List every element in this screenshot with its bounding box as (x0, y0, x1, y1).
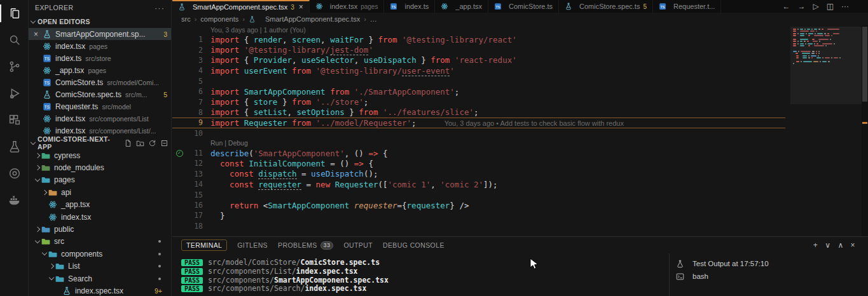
open-editor-item[interactable]: index.tsxpages (29, 40, 171, 52)
editor-tab[interactable]: ComicStore.spec.ts5 (559, 0, 653, 13)
breadcrumb-item[interactable]: components (200, 15, 238, 23)
codelens-run-debug[interactable]: Run | Debug (172, 138, 785, 148)
code-line[interactable]: 4import userEvent from '@testing-library… (172, 65, 785, 76)
nav-forward-icon[interactable]: → (797, 2, 805, 11)
flask-icon (62, 286, 72, 296)
tree-item-public[interactable]: public (29, 223, 171, 235)
minimap[interactable] (793, 27, 859, 67)
open-editors-header[interactable]: OPEN EDITORS (29, 15, 171, 28)
explorer-icon[interactable] (0, 0, 29, 27)
tree-item-components[interactable]: components (29, 248, 171, 260)
search-icon[interactable] (0, 27, 29, 53)
open-editor-item[interactable]: _app.tsxpages (29, 64, 171, 76)
code-line[interactable]: 13 const dispatch = useDispatch(); (172, 169, 785, 179)
project-tree-header[interactable]: COMIC-STORE-NEXT-APP (29, 137, 171, 149)
code-line[interactable]: 17 } (172, 210, 785, 220)
problems-badge: 3 (160, 30, 167, 38)
run-icon[interactable]: ▷ (813, 2, 818, 11)
close-icon[interactable]: × (299, 3, 303, 11)
line-number: 15 (186, 191, 203, 199)
line-number: 7 (186, 98, 203, 107)
tree-item-api[interactable]: api (29, 186, 171, 198)
sidebar-more-actions-icon[interactable]: ··· (155, 3, 165, 13)
tree-item-node-modules[interactable]: node_modules (29, 161, 171, 173)
open-editor-item[interactable]: TSindex.tssrc/store (29, 52, 171, 64)
open-editor-item[interactable]: TSRequester.tssrc/model (29, 100, 171, 112)
tree-item-search[interactable]: Search (29, 272, 171, 285)
tree-item-list[interactable]: List (29, 260, 171, 272)
open-editor-item[interactable]: ComicStore.spec.tssrc/m...5 (29, 88, 171, 100)
terminal-line: PASSsrc/components/SmartAppComponent.spe… (181, 276, 669, 285)
nav-back-icon[interactable]: ← (782, 2, 790, 11)
code-line[interactable]: 12 const InitialComponent = () => { (172, 158, 785, 168)
chevron-down-icon[interactable]: ∨ (825, 241, 830, 250)
code-line[interactable]: 1import { render, screen, waitFor } from… (172, 34, 785, 44)
line-number: 14 (186, 180, 203, 189)
new-folder-icon[interactable] (136, 139, 144, 147)
tree-item--app-tsx[interactable]: _app.tsx (29, 199, 171, 211)
editor-tab[interactable]: TSComicStore.ts (488, 0, 559, 13)
docker-icon[interactable] (0, 187, 29, 213)
code-editor[interactable]: You, 3 days ago | 1 author (You)1import … (172, 25, 868, 236)
breadcrumb-overflow[interactable]: … (370, 15, 377, 23)
panel-tab-output[interactable]: OUTPUT (343, 240, 373, 250)
split-editor-icon[interactable]: ◫ (827, 2, 834, 11)
panel-tab-gitlens[interactable]: GITLENS (237, 240, 268, 250)
code-line[interactable]: ✓11describe('SmartAppComponent', () => { (172, 148, 785, 158)
circle-tool-icon[interactable] (0, 160, 29, 187)
code-line[interactable]: 18 (172, 221, 785, 231)
code-line[interactable]: 2import '@testing-library/jest-dom' (172, 44, 785, 55)
terminal-instance[interactable]: Test Output at 17:57:10 (670, 257, 862, 270)
panel-tab-terminal[interactable]: TERMINAL (181, 239, 227, 251)
code-line[interactable]: 14 const requester = new Requester(['com… (172, 179, 785, 189)
code-line[interactable]: 5 (172, 76, 785, 86)
tree-item-index-spec-tsx[interactable]: index.spec.tsx9+ (29, 285, 171, 296)
code-line[interactable]: 10 (172, 128, 785, 138)
code-line[interactable]: 8import { setList, setOptions } from '..… (172, 107, 785, 118)
maximize-panel-icon[interactable]: ∧ (837, 241, 843, 250)
editor-tab[interactable]: TSRequester.t... (653, 0, 721, 13)
editor-scrollbar[interactable] (862, 25, 868, 236)
run-and-debug-icon[interactable] (0, 80, 29, 107)
open-editor-item[interactable]: TSComicStore.tssrc/model/Comi... (29, 76, 171, 88)
breadcrumb-item[interactable]: SmartAppComponent.spec.tsx (265, 15, 360, 23)
editor-tab[interactable]: _app.tsx (435, 0, 488, 13)
code-line[interactable]: 16 return <SmartAppComponent requester={… (172, 200, 785, 210)
collapse-all-icon[interactable] (160, 139, 169, 147)
test-file-path: src/components/List/ (208, 267, 296, 276)
tree-item-index-tsx[interactable]: index.tsx (29, 211, 171, 223)
panel-tab-problems[interactable]: PROBLEMS33 (278, 240, 333, 251)
scrollbar-thumb[interactable] (862, 27, 867, 102)
more-actions-icon[interactable]: ··· (841, 2, 849, 11)
open-editor-item[interactable]: index.tsxsrc/components/List (29, 112, 171, 124)
code-line[interactable]: 3import { Provider, useSelector, useDisp… (172, 55, 785, 65)
editor-tab[interactable]: index.tsxpages (310, 0, 385, 13)
breadcrumb-item[interactable]: src (181, 15, 191, 23)
panel-tab-debug-console[interactable]: DEBUG CONSOLE (383, 240, 444, 250)
tree-item-cypress[interactable]: cypress (29, 149, 171, 161)
testing-icon[interactable] (0, 133, 29, 160)
tab-label: _app.tsx (455, 3, 482, 10)
svg-text:TS: TS (45, 81, 50, 85)
tree-item-src[interactable]: src (29, 236, 171, 248)
code-line[interactable]: 6import SmartAppComponent from './SmartA… (172, 86, 785, 97)
tree-item-pages[interactable]: pages (29, 174, 171, 186)
tab-label: index.tsx (330, 3, 357, 10)
code-line[interactable]: 7import { store } from '../store'; (172, 97, 785, 107)
open-editor-item[interactable]: ×SmartAppComponent.sp...3 (29, 28, 171, 40)
code-line[interactable]: 15 (172, 189, 785, 199)
chevron-down-icon (47, 278, 55, 279)
editor-tab[interactable]: SmartAppComponent.spec.tsx3× (172, 0, 310, 13)
code-line[interactable]: 9import Requester from '../model/Request… (172, 118, 785, 128)
extensions-icon[interactable] (0, 107, 29, 133)
source-control-icon[interactable] (0, 53, 29, 80)
close-panel-icon[interactable]: × (851, 241, 855, 250)
minimap-slider[interactable] (790, 27, 862, 104)
terminal-instance[interactable]: bash (670, 270, 862, 283)
new-terminal-icon[interactable]: + (813, 241, 818, 250)
new-file-icon[interactable] (124, 139, 132, 147)
terminal-output[interactable]: PASSsrc/model/ComicStore/ComicStore.spec… (172, 253, 669, 296)
close-icon[interactable]: × (34, 30, 43, 39)
editor-tab[interactable]: TSindex.ts (384, 0, 435, 13)
refresh-icon[interactable] (148, 139, 156, 147)
